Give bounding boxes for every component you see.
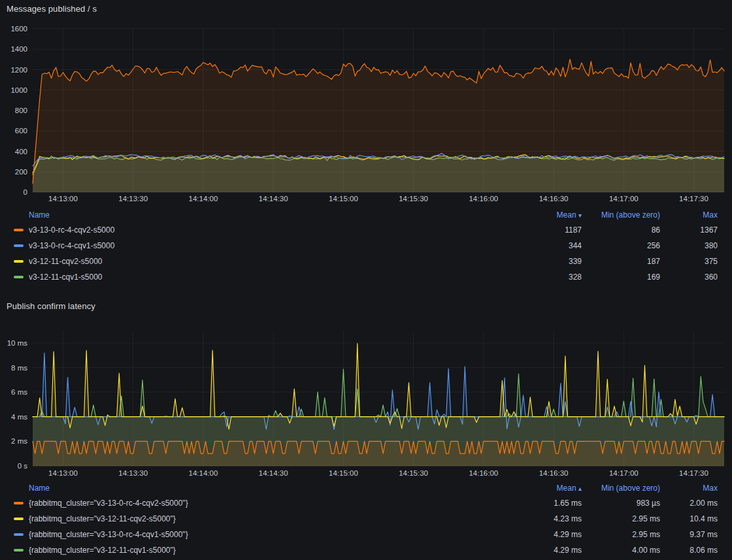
- series-min-value: 2.95 ms: [582, 530, 660, 539]
- series-min-value: 187: [582, 257, 660, 266]
- legend-row: v3-12-11-cqv2-s5000 339 187 375: [0, 254, 732, 269]
- series-min-value: 256: [582, 241, 660, 250]
- series-color-indicator-icon[interactable]: [14, 244, 24, 247]
- x-tick-label: 14:14:00: [189, 195, 218, 203]
- y-tick-label: 0 s: [18, 462, 28, 470]
- x-tick-label: 14:15:30: [399, 469, 428, 477]
- x-tick-label: 14:13:30: [118, 195, 148, 203]
- series-min-value: 4.00 ms: [582, 546, 660, 555]
- y-tick-label: 10 ms: [7, 339, 28, 347]
- publish-confirm-latency-chart[interactable]: 0 s2 ms4 ms6 ms8 ms10 ms14:13:0014:13:30…: [0, 314, 732, 481]
- legend-row: {rabbitmq_cluster="v3-12-11-cqv1-s5000"}…: [0, 542, 732, 558]
- series-min-value: 169: [582, 272, 660, 282]
- x-tick-label: 14:15:30: [399, 195, 428, 203]
- series-min-value: 2.95 ms: [582, 514, 660, 523]
- x-tick-label: 14:17:00: [609, 469, 639, 477]
- series-max-value: 360: [660, 272, 718, 282]
- legend-publish-confirm-latency: Name Mean ▴ Min (above zero) Max {rabbit…: [0, 481, 732, 558]
- y-tick-label: 6 ms: [11, 388, 27, 396]
- series-name[interactable]: v3-12-11-cqv1-s5000: [29, 272, 516, 282]
- panel-title-publish-confirm-latency[interactable]: Publish confirm latency: [7, 301, 95, 311]
- legend-header: Name Mean ▴ Min (above zero) Max: [0, 481, 732, 495]
- legend-rows: v3-13-0-rc-4-cqv2-s5000 1187 86 1367 v3-…: [0, 222, 732, 285]
- legend-row: {rabbitmq_cluster="v3-13-0-rc-4-cqv2-s50…: [0, 495, 732, 511]
- series-name[interactable]: {rabbitmq_cluster="v3-13-0-rc-4-cqv1-s50…: [29, 530, 516, 539]
- series-mean-value: 1.65 ms: [516, 499, 582, 508]
- series-name[interactable]: v3-13-0-rc-4-cqv2-s5000: [29, 225, 516, 235]
- legend-col-name[interactable]: Name: [29, 484, 516, 493]
- messages-published-chart[interactable]: 0200400600800100012001400160014:13:0014:…: [0, 20, 732, 208]
- x-tick-label: 14:16:00: [469, 469, 498, 477]
- legend-header: Name Mean ▾ Min (above zero) Max: [0, 208, 732, 222]
- series-max-value: 1367: [660, 225, 718, 235]
- series-mean-value: 328: [516, 272, 582, 282]
- series-max-value: 380: [660, 241, 718, 250]
- series-mean-value: 344: [516, 241, 582, 250]
- y-tick-label: 1000: [10, 86, 27, 94]
- x-tick-label: 14:14:30: [259, 469, 288, 477]
- legend-col-mean[interactable]: Mean ▴: [516, 484, 582, 493]
- legend-col-max[interactable]: Max: [660, 484, 718, 493]
- legend-col-max[interactable]: Max: [660, 210, 718, 220]
- series-color-indicator-icon[interactable]: [14, 260, 24, 263]
- y-tick-label: 1400: [10, 45, 27, 53]
- panel-messages-published: Messages published / s 02004006008001000…: [0, 0, 732, 291]
- y-tick-label: 0: [24, 188, 27, 196]
- legend-col-mean[interactable]: Mean ▾: [516, 210, 582, 220]
- legend-rows: {rabbitmq_cluster="v3-13-0-rc-4-cqv2-s50…: [0, 495, 732, 558]
- series-name[interactable]: {rabbitmq_cluster="v3-12-11-cqv2-s5000"}: [29, 514, 516, 523]
- series-color-indicator-icon[interactable]: [14, 533, 24, 536]
- series-line: [33, 369, 724, 417]
- y-tick-label: 1200: [10, 66, 27, 74]
- x-tick-label: 14:13:30: [118, 469, 148, 477]
- series-mean-value: 4.23 ms: [516, 514, 582, 523]
- series-min-value: 86: [582, 225, 660, 235]
- grafana-dashboard: Messages published / s 02004006008001000…: [0, 0, 732, 560]
- legend-col-name[interactable]: Name: [29, 210, 516, 220]
- series-color-indicator-icon[interactable]: [14, 502, 24, 504]
- legend-row: v3-13-0-rc-4-cqv1-s5000 344 256 380: [0, 238, 732, 254]
- y-tick-label: 800: [15, 107, 27, 114]
- series-color-indicator-icon[interactable]: [14, 518, 24, 520]
- series-name[interactable]: {rabbitmq_cluster="v3-13-0-rc-4-cqv2-s50…: [29, 499, 516, 508]
- series-mean-value: 4.29 ms: [516, 546, 582, 555]
- panel-title-messages-published[interactable]: Messages published / s: [7, 4, 97, 14]
- x-tick-label: 14:16:30: [539, 469, 569, 477]
- series-color-indicator-icon[interactable]: [14, 229, 24, 231]
- x-tick-label: 14:15:00: [329, 469, 358, 477]
- legend-row: {rabbitmq_cluster="v3-13-0-rc-4-cqv1-s50…: [0, 527, 732, 542]
- legend-row: v3-12-11-cqv1-s5000 328 169 360: [0, 269, 732, 285]
- x-tick-label: 14:14:30: [259, 195, 288, 203]
- y-tick-label: 600: [15, 127, 27, 135]
- legend-row: v3-13-0-rc-4-cqv2-s5000 1187 86 1367: [0, 222, 732, 238]
- panel-publish-confirm-latency: Publish confirm latency 0 s2 ms4 ms6 ms8…: [0, 291, 732, 560]
- series-name[interactable]: v3-12-11-cqv2-s5000: [29, 257, 516, 266]
- series-max-value: 9.37 ms: [660, 530, 718, 539]
- legend-messages-published: Name Mean ▾ Min (above zero) Max v3-13-0…: [0, 208, 732, 285]
- x-tick-label: 14:13:00: [48, 195, 78, 203]
- series-name[interactable]: v3-13-0-rc-4-cqv1-s5000: [29, 241, 516, 250]
- legend-col-mean-label: Mean: [557, 210, 576, 220]
- series-min-value: 983 µs: [582, 499, 660, 508]
- series-color-indicator-icon[interactable]: [14, 276, 24, 278]
- legend-col-min[interactable]: Min (above zero): [582, 484, 660, 493]
- series-name[interactable]: {rabbitmq_cluster="v3-12-11-cqv1-s5000"}: [29, 546, 516, 555]
- series-mean-value: 339: [516, 257, 582, 266]
- y-tick-label: 8 ms: [11, 364, 27, 372]
- series-line: [33, 344, 724, 429]
- legend-col-mean-label: Mean: [557, 484, 576, 493]
- y-tick-label: 400: [15, 148, 27, 156]
- x-tick-label: 14:15:00: [329, 195, 358, 203]
- x-tick-label: 14:13:00: [48, 469, 78, 477]
- x-tick-label: 14:16:30: [539, 195, 569, 203]
- legend-col-min[interactable]: Min (above zero): [582, 210, 660, 220]
- legend-row: {rabbitmq_cluster="v3-12-11-cqv2-s5000"}…: [0, 511, 732, 527]
- y-tick-label: 2 ms: [11, 437, 27, 445]
- x-tick-label: 14:17:00: [609, 195, 639, 203]
- series-mean-value: 1187: [516, 225, 582, 235]
- x-tick-label: 14:17:30: [679, 469, 708, 477]
- series-max-value: 2.00 ms: [660, 499, 718, 508]
- series-max-value: 375: [660, 257, 718, 266]
- series-color-indicator-icon[interactable]: [14, 549, 24, 552]
- series-max-value: 10.4 ms: [660, 514, 718, 523]
